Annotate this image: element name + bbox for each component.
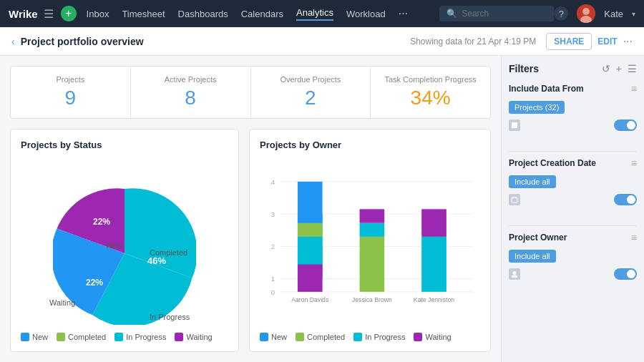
bar-aaron-new2 (298, 182, 323, 223)
stat-active-label: Active Projects (138, 75, 243, 84)
svg-rect-10 (512, 125, 514, 128)
hamburger-icon[interactable]: ☰ (44, 7, 54, 21)
nav-calendars[interactable]: Calendars (241, 9, 283, 19)
pie-chart-container: 46% 22% 22% (21, 157, 228, 348)
y-label-1: 1 (271, 275, 275, 283)
filter-include-data: Include Data From ≡ Projects (32) (509, 83, 637, 135)
nav-analytics[interactable]: Analytics (296, 7, 333, 21)
stat-overdue-value: 2 (258, 87, 364, 109)
projects-tag[interactable]: Projects (32) (509, 101, 565, 114)
main-layout: Projects 9 Active Projects 8 Overdue Pro… (0, 56, 644, 362)
top-nav: Wrike ☰ + Inbox Timesheet Dashboards Cal… (0, 0, 644, 27)
svg-rect-11 (514, 125, 517, 128)
date-toggle[interactable] (614, 194, 637, 205)
nav-workload[interactable]: Workload (346, 9, 386, 19)
add-button[interactable]: + (61, 6, 77, 21)
pie-label-new-outside: New (107, 241, 122, 250)
stat-completion-value: 34% (378, 87, 483, 109)
y-label-2: 2 (271, 243, 275, 250)
filter-date-title: Project Creation Date (509, 158, 596, 168)
stat-projects: Projects 9 (11, 67, 131, 118)
bar-legend-waiting-dot (414, 333, 422, 341)
filter-owner-menu-icon[interactable]: ≡ (631, 232, 637, 243)
bar-label-aaron: Aaron Davids (291, 296, 329, 303)
back-button[interactable]: ‹ (11, 36, 15, 47)
help-icon[interactable]: ? (554, 6, 568, 21)
filter-creation-date: Project Creation Date ≡ Include all (509, 157, 637, 210)
stat-overdue-label: Overdue Projects (258, 75, 364, 84)
owner-toggle-knob (627, 270, 635, 278)
filter-owner-row (509, 268, 637, 280)
svg-point-1 (582, 8, 590, 15)
share-button[interactable]: SHARE (546, 33, 592, 50)
bar-chart-wrapper: 4 3 2 1 0 (260, 157, 480, 341)
legend-completed-dot (57, 333, 65, 341)
owner-tag[interactable]: Include all (509, 250, 556, 263)
nav-timesheet[interactable]: Timesheet (122, 9, 165, 19)
showing-data-text: Showing data for 21 Apr 4:19 PM (410, 36, 536, 47)
filter-include-header: Include Data From ≡ (509, 83, 637, 94)
svg-point-16 (512, 275, 517, 278)
include-toggle[interactable] (614, 119, 637, 131)
bar-legend-new-label: New (271, 333, 287, 341)
bar-chart-svg: 4 3 2 1 0 (260, 157, 480, 330)
legend-completed: Completed (57, 333, 106, 341)
username[interactable]: Kate (604, 9, 623, 19)
chevron-down-icon[interactable]: ▾ (632, 10, 635, 18)
more-options-icon[interactable]: ··· (623, 35, 633, 48)
search-icon: 🔍 (447, 9, 457, 19)
stat-projects-label: Projects (18, 75, 123, 84)
filter-date-icon (509, 194, 520, 205)
bar-legend-waiting: Waiting (414, 333, 451, 341)
bar-legend-inprogress: In Progress (353, 333, 405, 341)
svg-rect-9 (514, 122, 517, 125)
bar-legend-completed-dot (296, 333, 304, 341)
filter-date-menu-icon[interactable]: ≡ (631, 157, 637, 169)
legend-inprogress-label: In Progress (126, 333, 166, 341)
bar-chart-card: Projects by Owner 4 3 2 1 (249, 129, 491, 352)
svg-rect-8 (512, 122, 514, 125)
bar-legend-completed: Completed (296, 333, 345, 341)
nav-inbox[interactable]: Inbox (87, 9, 109, 19)
nav-links: Inbox Timesheet Dashboards Calendars Ana… (87, 7, 440, 21)
legend-new-dot (21, 333, 29, 341)
bar-jessica-completed (360, 237, 385, 292)
bar-legend-new-dot (260, 333, 268, 341)
refresh-icon[interactable]: ↺ (602, 63, 610, 74)
bar-kate-inprogress (421, 237, 447, 292)
filter-include-title: Include Data From (509, 84, 584, 94)
pie-label-waiting: 22% (86, 278, 103, 288)
filter-include-menu-icon[interactable]: ≡ (631, 83, 637, 94)
bar-legend-inprogress-dot (353, 333, 362, 341)
owner-toggle[interactable] (614, 268, 637, 280)
filter-owner: Project Owner ≡ Include all (509, 232, 637, 284)
edit-button[interactable]: EDIT (597, 36, 617, 47)
filter-owner-header: Project Owner ≡ (509, 232, 637, 243)
bar-legend-waiting-label: Waiting (425, 333, 451, 341)
filter-menu-icon[interactable]: ☰ (628, 63, 637, 74)
filters-panel: Filters ↺ + ☰ Include Data From ≡ Projec… (501, 56, 644, 362)
legend-inprogress: In Progress (114, 333, 166, 341)
panel-header: Filters ↺ + ☰ (509, 63, 637, 74)
pie-chart-title: Projects by Status (21, 140, 228, 150)
stat-overdue: Overdue Projects 2 (251, 67, 371, 118)
date-toggle-knob (627, 195, 635, 204)
svg-rect-12 (512, 197, 517, 202)
nav-more-icon[interactable]: ··· (399, 7, 408, 20)
search-box[interactable]: 🔍 (439, 6, 554, 21)
nav-dashboards[interactable]: Dashboards (178, 9, 228, 19)
date-tag[interactable]: Include all (509, 175, 556, 188)
search-input[interactable] (462, 9, 547, 19)
pie-chart-card: Projects by Status 46% 22% (10, 129, 239, 352)
subheader: ‹ Project portfolio overview Showing dat… (0, 27, 644, 56)
stat-completion: Task Completion Progress 34% (371, 67, 490, 118)
legend-new-label: New (32, 333, 48, 341)
add-filter-icon[interactable]: + (616, 63, 622, 74)
legend-inprogress-dot (114, 333, 123, 341)
filter-owner-title: Project Owner (509, 233, 567, 243)
svg-point-15 (513, 271, 517, 275)
avatar[interactable] (577, 4, 595, 23)
bar-chart-title: Projects by Owner (260, 140, 480, 150)
filter-date-row (509, 194, 637, 205)
bar-legend-new: New (260, 333, 287, 341)
